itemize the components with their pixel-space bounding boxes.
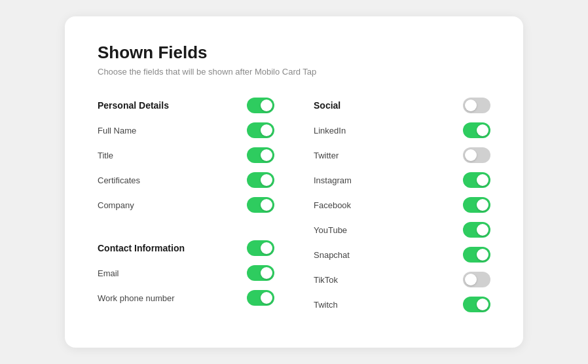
tiktok-label: TikTok xyxy=(314,275,338,285)
contact-info-toggle-thumb xyxy=(261,242,272,254)
snapchat-label: Snapchat xyxy=(314,250,350,260)
contact-info-toggle[interactable] xyxy=(247,240,274,256)
facebook-toggle[interactable] xyxy=(463,197,490,213)
youtube-row: YouTube xyxy=(314,222,490,238)
work-phone-label: Work phone number xyxy=(98,293,175,303)
contact-info-section-header: Contact Information xyxy=(98,240,274,256)
personal-details-section-header: Personal Details xyxy=(98,98,274,113)
instagram-toggle[interactable] xyxy=(463,172,490,188)
page-title: Shown Fields xyxy=(98,43,490,63)
title-label: Title xyxy=(98,151,113,160)
email-toggle-track xyxy=(247,265,274,281)
work-phone-toggle[interactable] xyxy=(247,290,274,306)
twitch-toggle-thumb xyxy=(477,299,488,310)
snapchat-toggle[interactable] xyxy=(463,247,490,263)
personal-details-toggle-thumb xyxy=(261,100,272,111)
certificates-label: Certificates xyxy=(98,175,140,185)
company-toggle[interactable] xyxy=(247,197,274,213)
linkedin-row: LinkedIn xyxy=(314,122,490,138)
shown-fields-card: Shown Fields Choose the fields that will… xyxy=(65,16,523,348)
youtube-toggle-track xyxy=(463,222,490,238)
instagram-toggle-thumb xyxy=(477,174,488,186)
title-toggle-thumb xyxy=(261,149,272,161)
twitter-label: Twitter xyxy=(314,151,339,160)
left-spacer xyxy=(98,222,274,240)
full-name-row: Full Name xyxy=(98,122,274,138)
twitter-toggle[interactable] xyxy=(463,147,490,163)
left-column: Personal Details Full Name xyxy=(98,98,274,321)
twitter-toggle-track xyxy=(463,147,490,163)
twitch-toggle[interactable] xyxy=(463,297,490,312)
company-label: Company xyxy=(98,200,134,210)
snapchat-toggle-thumb xyxy=(477,249,488,261)
page-subtitle: Choose the fields that will be shown aft… xyxy=(98,67,490,77)
snapchat-toggle-track xyxy=(463,247,490,263)
certificates-row: Certificates xyxy=(98,172,274,188)
full-name-toggle-thumb xyxy=(261,124,272,136)
work-phone-toggle-thumb xyxy=(261,292,272,304)
linkedin-toggle-thumb xyxy=(477,124,488,136)
linkedin-label: LinkedIn xyxy=(314,126,346,136)
personal-details-toggle[interactable] xyxy=(247,98,274,113)
personal-details-label: Personal Details xyxy=(98,100,169,111)
email-toggle[interactable] xyxy=(247,265,274,281)
twitch-row: Twitch xyxy=(314,297,490,312)
full-name-toggle-track xyxy=(247,122,274,138)
youtube-label: YouTube xyxy=(314,225,347,235)
tiktok-row: TikTok xyxy=(314,272,490,287)
youtube-toggle[interactable] xyxy=(463,222,490,238)
certificates-toggle[interactable] xyxy=(247,172,274,188)
title-row: Title xyxy=(98,147,274,163)
email-toggle-thumb xyxy=(261,267,272,279)
social-toggle-thumb xyxy=(465,100,477,111)
email-row: Email xyxy=(98,265,274,281)
columns-container: Personal Details Full Name xyxy=(98,98,490,321)
social-label: Social xyxy=(314,100,340,111)
title-toggle-track xyxy=(247,147,274,163)
certificates-toggle-thumb xyxy=(261,174,272,186)
facebook-toggle-track xyxy=(463,197,490,213)
social-section-header: Social xyxy=(314,98,490,113)
tiktok-toggle-track xyxy=(463,272,490,287)
right-column: Social LinkedIn Twitter xyxy=(314,98,490,321)
instagram-label: Instagram xyxy=(314,175,352,185)
facebook-toggle-thumb xyxy=(477,199,488,211)
facebook-label: Facebook xyxy=(314,200,351,210)
instagram-row: Instagram xyxy=(314,172,490,188)
email-label: Email xyxy=(98,268,119,278)
contact-info-toggle-track xyxy=(247,240,274,256)
full-name-toggle[interactable] xyxy=(247,122,274,138)
certificates-toggle-track xyxy=(247,172,274,188)
linkedin-toggle[interactable] xyxy=(463,122,490,138)
social-toggle-track xyxy=(463,98,490,113)
snapchat-row: Snapchat xyxy=(314,247,490,263)
twitch-toggle-track xyxy=(463,297,490,312)
personal-details-toggle-track xyxy=(247,98,274,113)
linkedin-toggle-track xyxy=(463,122,490,138)
work-phone-toggle-track xyxy=(247,290,274,306)
youtube-toggle-thumb xyxy=(477,224,488,236)
instagram-toggle-track xyxy=(463,172,490,188)
work-phone-row: Work phone number xyxy=(98,290,274,306)
title-toggle[interactable] xyxy=(247,147,274,163)
tiktok-toggle[interactable] xyxy=(463,272,490,287)
company-toggle-track xyxy=(247,197,274,213)
twitch-label: Twitch xyxy=(314,300,338,310)
tiktok-toggle-thumb xyxy=(465,274,477,285)
facebook-row: Facebook xyxy=(314,197,490,213)
contact-info-label: Contact Information xyxy=(98,243,185,253)
twitter-toggle-thumb xyxy=(465,149,477,161)
twitter-row: Twitter xyxy=(314,147,490,163)
social-toggle[interactable] xyxy=(463,98,490,113)
company-toggle-thumb xyxy=(261,199,272,211)
full-name-label: Full Name xyxy=(98,126,136,136)
company-row: Company xyxy=(98,197,274,213)
